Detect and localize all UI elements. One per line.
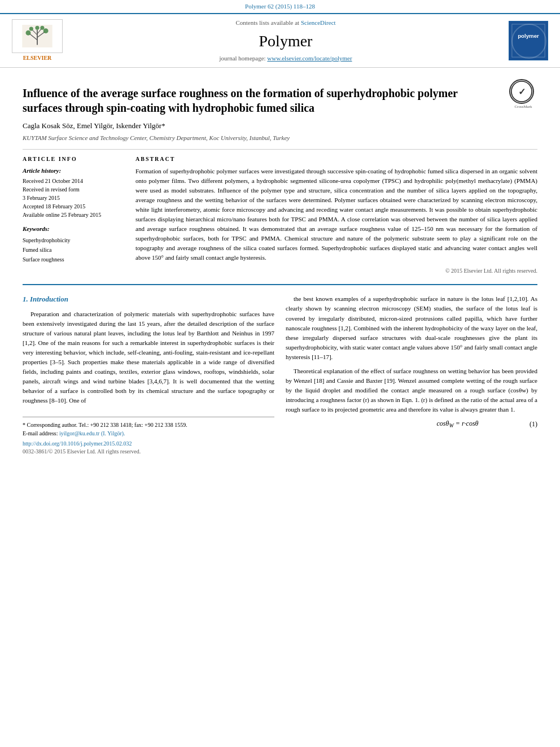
svg-rect-11 (509, 21, 548, 60)
body-left-col: 1. Introduction Preparation and characte… (23, 294, 274, 456)
elsevier-logo (12, 19, 63, 53)
journal-reference: Polymer 62 (2015) 118–128 (0, 0, 560, 13)
svg-point-8 (29, 27, 33, 31)
email-note: E-mail address: iyilgor@ku.edu.tr (I. Yi… (23, 429, 274, 438)
crossmark-badge[interactable]: ✓ CrossMark (509, 79, 537, 107)
authors-line: Cagla Kosak Söz, Emel Yilgör, Iskender Y… (23, 121, 537, 131)
article-info-label: ARTICLE INFO (23, 155, 124, 163)
issn-line: 0032-3861/© 2015 Elsevier Ltd. All right… (23, 448, 274, 456)
doi-link[interactable]: http://dx.doi.org/10.1016/j.polymer.2015… (23, 440, 132, 447)
contents-label: Contents lists available at (235, 19, 299, 26)
intro-paragraph-left: Preparation and characterization of poly… (23, 309, 274, 405)
main-content: ✓ CrossMark Influence of the average sur… (0, 68, 560, 465)
journal-center: Contents lists available at ScienceDirec… (71, 19, 500, 63)
article-info-col: ARTICLE INFO Article history: Received 2… (23, 155, 124, 275)
svg-point-7 (43, 29, 49, 34)
corresponding-note: * Corresponding author. Tel.: +90 212 33… (23, 421, 274, 429)
abstract-text: Formation of superhydrophobic polymer su… (135, 167, 537, 263)
abstract-col: ABSTRACT Formation of superhydrophobic p… (135, 155, 537, 275)
body-divider (23, 284, 537, 285)
intro-para1: Preparation and characterization of poly… (23, 309, 274, 405)
abstract-label: ABSTRACT (135, 155, 537, 163)
intro-paragraph-right1: the best known examples of a superhydrop… (286, 294, 537, 414)
homepage-label: journal homepage: (219, 55, 265, 62)
history-label: Article history: (23, 167, 124, 175)
polymer-badge-svg: polymer (509, 21, 548, 60)
journal-header: ELSEVIER Contents lists available at Sci… (0, 13, 560, 68)
svg-point-6 (26, 30, 31, 36)
keywords-section: Keywords: Superhydrophobicity Fumed sili… (23, 225, 124, 264)
intro-para3: Theoretical explanation of the effect of… (286, 366, 537, 414)
svg-point-10 (35, 26, 39, 30)
equation-text: cosθW = r·cosθ (400, 419, 515, 430)
elsevier-logo-area: ELSEVIER (9, 19, 65, 62)
intro-para2: the best known examples of a superhydrop… (286, 294, 537, 361)
journal-ref-text: Polymer 62 (2015) 118–128 (245, 3, 315, 10)
revised-label: Received in revised form (23, 185, 124, 194)
crossmark-label: CrossMark (509, 104, 537, 110)
svg-point-9 (40, 26, 44, 30)
email-link[interactable]: iyilgor@ku.edu.tr (I. Yilgör). (59, 430, 125, 436)
info-abstract-area: ARTICLE INFO Article history: Received 2… (23, 155, 537, 275)
footnote-area: * Corresponding author. Tel.: +90 212 33… (23, 417, 274, 438)
keyword-2: Fumed silica (23, 245, 124, 255)
affiliation-line: KUYTAM Surface Science and Technology Ce… (23, 134, 537, 142)
authors-text: Cagla Kosak Söz, Emel Yilgör, Iskender Y… (23, 121, 165, 130)
polymer-badge: polymer (509, 21, 548, 60)
doi-line: http://dx.doi.org/10.1016/j.polymer.2015… (23, 440, 274, 448)
keyword-1: Superhydrophobicity (23, 235, 124, 245)
equation-area: cosθW = r·cosθ (1) (286, 419, 537, 430)
title-area: ✓ CrossMark Influence of the average sur… (23, 77, 537, 121)
divider-1 (23, 149, 537, 150)
article-history: Article history: Received 21 October 201… (23, 167, 124, 219)
sciencedirect-text: ScienceDirect (301, 19, 336, 26)
available-date: Available online 25 February 2015 (23, 211, 124, 219)
keywords-label: Keywords: (23, 225, 124, 233)
intro-section-title: 1. Introduction (23, 294, 274, 304)
body-area: 1. Introduction Preparation and characte… (23, 294, 537, 456)
equation-number: (1) (515, 420, 537, 429)
svg-text:✓: ✓ (518, 87, 526, 97)
svg-text:polymer: polymer (518, 33, 539, 40)
homepage-url[interactable]: www.elsevier.com/locate/polymer (267, 55, 352, 62)
accepted-date: Accepted 18 February 2015 (23, 202, 124, 211)
sciencedirect-link[interactable]: ScienceDirect (301, 19, 336, 26)
article-title: Influence of the average surface roughne… (23, 86, 485, 115)
contents-line: Contents lists available at ScienceDirec… (71, 19, 500, 27)
homepage-line: journal homepage: www.elsevier.com/locat… (71, 54, 500, 63)
keyword-3: Surface roughness (23, 255, 124, 264)
svg-rect-13 (512, 24, 545, 57)
elsevier-label: ELSEVIER (23, 54, 52, 62)
copyright-line: © 2015 Elsevier Ltd. All rights reserved… (135, 267, 537, 275)
journal-name-display: Polymer (71, 30, 500, 52)
revised-date: 3 February 2015 (23, 194, 124, 202)
received-date: Received 21 October 2014 (23, 177, 124, 185)
crossmark-icon: ✓ (509, 79, 534, 104)
polymer-badge-area: polymer (506, 21, 551, 60)
body-right-col: the best known examples of a superhydrop… (286, 294, 537, 456)
tree-icon (20, 25, 54, 47)
